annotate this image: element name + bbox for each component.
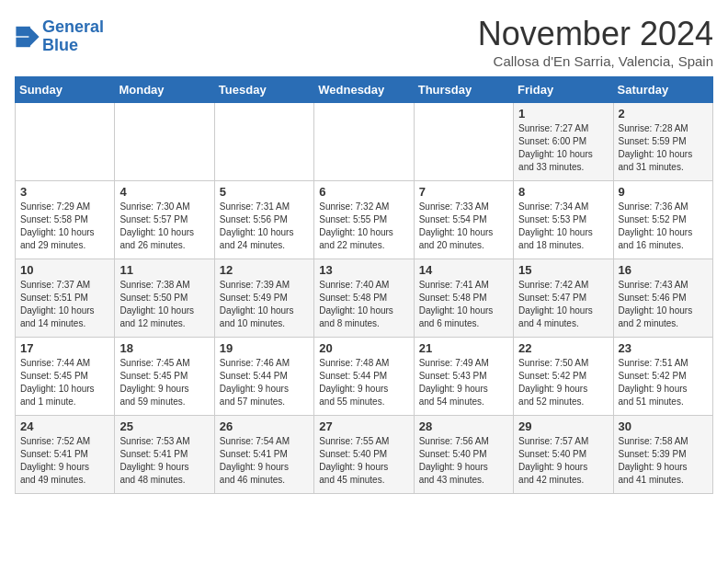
logo-icon	[15, 24, 40, 50]
cell-info: Sunrise: 7:49 AM Sunset: 5:43 PM Dayligh…	[419, 357, 508, 408]
cell-info: Sunrise: 7:44 AM Sunset: 5:45 PM Dayligh…	[20, 357, 109, 408]
svg-rect-2	[16, 27, 29, 37]
day-number: 14	[419, 263, 508, 277]
day-number: 10	[20, 263, 109, 277]
calendar-cell	[115, 103, 214, 181]
day-number: 4	[119, 185, 209, 199]
calendar-cell: 18Sunrise: 7:45 AM Sunset: 5:45 PM Dayli…	[115, 338, 214, 416]
day-number: 17	[20, 341, 109, 355]
svg-rect-3	[16, 37, 29, 47]
cell-info: Sunrise: 7:29 AM Sunset: 5:58 PM Dayligh…	[20, 201, 109, 252]
weekday-row: SundayMondayTuesdayWednesdayThursdayFrid…	[16, 77, 713, 103]
calendar-header: SundayMondayTuesdayWednesdayThursdayFrid…	[16, 77, 713, 103]
logo: General Blue	[15, 18, 104, 55]
cell-info: Sunrise: 7:33 AM Sunset: 5:54 PM Dayligh…	[419, 201, 508, 252]
day-number: 23	[619, 341, 708, 355]
calendar-cell: 16Sunrise: 7:43 AM Sunset: 5:46 PM Dayli…	[613, 259, 712, 338]
cell-info: Sunrise: 7:50 AM Sunset: 5:42 PM Dayligh…	[518, 357, 608, 408]
weekday-header-wednesday: Wednesday	[314, 77, 414, 103]
calendar-cell: 27Sunrise: 7:55 AM Sunset: 5:40 PM Dayli…	[314, 416, 414, 494]
calendar-cell: 11Sunrise: 7:38 AM Sunset: 5:50 PM Dayli…	[115, 259, 214, 338]
cell-info: Sunrise: 7:46 AM Sunset: 5:44 PM Dayligh…	[220, 357, 309, 408]
calendar-cell: 23Sunrise: 7:51 AM Sunset: 5:42 PM Dayli…	[613, 338, 712, 416]
day-number: 26	[220, 419, 309, 433]
day-number: 25	[119, 419, 209, 433]
calendar-cell: 30Sunrise: 7:58 AM Sunset: 5:39 PM Dayli…	[613, 416, 712, 494]
cell-info: Sunrise: 7:37 AM Sunset: 5:51 PM Dayligh…	[20, 279, 109, 330]
day-number: 15	[518, 263, 608, 277]
cell-info: Sunrise: 7:57 AM Sunset: 5:40 PM Dayligh…	[518, 435, 608, 487]
calendar-week-4: 17Sunrise: 7:44 AM Sunset: 5:45 PM Dayli…	[16, 338, 713, 416]
cell-info: Sunrise: 7:42 AM Sunset: 5:47 PM Dayligh…	[518, 279, 608, 330]
calendar-cell	[214, 103, 313, 181]
cell-info: Sunrise: 7:30 AM Sunset: 5:57 PM Dayligh…	[119, 201, 209, 252]
day-number: 6	[319, 185, 408, 199]
month-title: November 2024	[478, 15, 713, 53]
day-number: 29	[518, 419, 608, 433]
calendar-week-5: 24Sunrise: 7:52 AM Sunset: 5:41 PM Dayli…	[16, 416, 713, 494]
calendar-cell: 3Sunrise: 7:29 AM Sunset: 5:58 PM Daylig…	[16, 181, 115, 259]
cell-info: Sunrise: 7:36 AM Sunset: 5:52 PM Dayligh…	[619, 201, 708, 252]
calendar-cell	[314, 103, 414, 181]
cell-info: Sunrise: 7:56 AM Sunset: 5:40 PM Dayligh…	[419, 435, 508, 487]
calendar-cell: 7Sunrise: 7:33 AM Sunset: 5:54 PM Daylig…	[414, 181, 513, 259]
calendar-cell: 17Sunrise: 7:44 AM Sunset: 5:45 PM Dayli…	[16, 338, 115, 416]
calendar-cell: 20Sunrise: 7:48 AM Sunset: 5:44 PM Dayli…	[314, 338, 414, 416]
day-number: 2	[619, 107, 708, 121]
calendar-cell: 13Sunrise: 7:40 AM Sunset: 5:48 PM Dayli…	[314, 259, 414, 338]
calendar-cell: 12Sunrise: 7:39 AM Sunset: 5:49 PM Dayli…	[214, 259, 313, 338]
calendar-cell: 29Sunrise: 7:57 AM Sunset: 5:40 PM Dayli…	[514, 416, 613, 494]
title-block: November 2024 Callosa d'En Sarria, Valen…	[478, 15, 713, 69]
calendar-cell: 2Sunrise: 7:28 AM Sunset: 5:59 PM Daylig…	[613, 103, 712, 181]
cell-info: Sunrise: 7:31 AM Sunset: 5:56 PM Dayligh…	[220, 201, 309, 252]
calendar-body: 1Sunrise: 7:27 AM Sunset: 6:00 PM Daylig…	[16, 103, 713, 494]
calendar-cell: 10Sunrise: 7:37 AM Sunset: 5:51 PM Dayli…	[16, 259, 115, 338]
cell-info: Sunrise: 7:52 AM Sunset: 5:41 PM Dayligh…	[20, 435, 109, 487]
location: Callosa d'En Sarria, Valencia, Spain	[478, 53, 713, 69]
day-number: 8	[518, 185, 608, 199]
cell-info: Sunrise: 7:40 AM Sunset: 5:48 PM Dayligh…	[319, 279, 408, 330]
logo-line1: General	[42, 17, 104, 36]
calendar-cell: 22Sunrise: 7:50 AM Sunset: 5:42 PM Dayli…	[514, 338, 613, 416]
day-number: 22	[518, 341, 608, 355]
cell-info: Sunrise: 7:34 AM Sunset: 5:53 PM Dayligh…	[518, 201, 608, 252]
cell-info: Sunrise: 7:48 AM Sunset: 5:44 PM Dayligh…	[319, 357, 408, 408]
weekday-header-tuesday: Tuesday	[214, 77, 313, 103]
day-number: 18	[119, 341, 209, 355]
cell-info: Sunrise: 7:55 AM Sunset: 5:40 PM Dayligh…	[319, 435, 408, 487]
calendar-cell: 6Sunrise: 7:32 AM Sunset: 5:55 PM Daylig…	[314, 181, 414, 259]
weekday-header-friday: Friday	[514, 77, 613, 103]
weekday-header-monday: Monday	[115, 77, 214, 103]
logo-line2: Blue	[42, 36, 78, 54]
weekday-header-sunday: Sunday	[16, 77, 115, 103]
calendar-cell: 25Sunrise: 7:53 AM Sunset: 5:41 PM Dayli…	[115, 416, 214, 494]
day-number: 16	[619, 263, 708, 277]
day-number: 20	[319, 341, 408, 355]
cell-info: Sunrise: 7:41 AM Sunset: 5:48 PM Dayligh…	[419, 279, 508, 330]
day-number: 3	[20, 185, 109, 199]
calendar-table: SundayMondayTuesdayWednesdayThursdayFrid…	[15, 76, 713, 494]
calendar-cell	[414, 103, 513, 181]
day-number: 19	[220, 341, 309, 355]
cell-info: Sunrise: 7:53 AM Sunset: 5:41 PM Dayligh…	[119, 435, 209, 487]
calendar-week-3: 10Sunrise: 7:37 AM Sunset: 5:51 PM Dayli…	[16, 259, 713, 338]
cell-info: Sunrise: 7:39 AM Sunset: 5:49 PM Dayligh…	[220, 279, 309, 330]
logo-text: General Blue	[42, 18, 104, 55]
day-number: 27	[319, 419, 408, 433]
cell-info: Sunrise: 7:38 AM Sunset: 5:50 PM Dayligh…	[119, 279, 209, 330]
day-number: 21	[419, 341, 508, 355]
calendar-cell: 28Sunrise: 7:56 AM Sunset: 5:40 PM Dayli…	[414, 416, 513, 494]
page-header: General Blue November 2024 Callosa d'En …	[15, 15, 713, 69]
day-number: 7	[419, 185, 508, 199]
day-number: 28	[419, 419, 508, 433]
calendar-week-2: 3Sunrise: 7:29 AM Sunset: 5:58 PM Daylig…	[16, 181, 713, 259]
calendar-cell: 9Sunrise: 7:36 AM Sunset: 5:52 PM Daylig…	[613, 181, 712, 259]
cell-info: Sunrise: 7:43 AM Sunset: 5:46 PM Dayligh…	[619, 279, 708, 330]
calendar-cell: 8Sunrise: 7:34 AM Sunset: 5:53 PM Daylig…	[514, 181, 613, 259]
day-number: 12	[220, 263, 309, 277]
weekday-header-thursday: Thursday	[414, 77, 513, 103]
day-number: 30	[619, 419, 708, 433]
calendar-cell: 4Sunrise: 7:30 AM Sunset: 5:57 PM Daylig…	[115, 181, 214, 259]
day-number: 9	[619, 185, 708, 199]
cell-info: Sunrise: 7:28 AM Sunset: 5:59 PM Dayligh…	[619, 122, 708, 174]
